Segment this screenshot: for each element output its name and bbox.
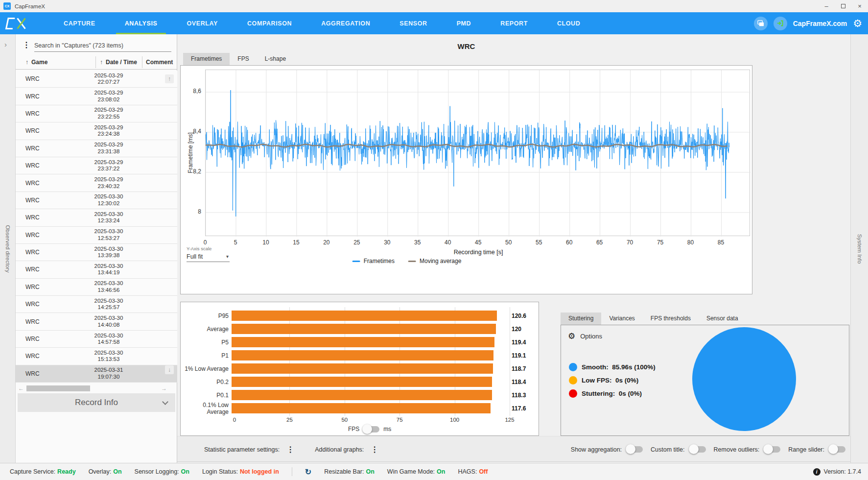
capframex-logo-icon bbox=[0, 12, 31, 34]
search-input[interactable]: Search in "Captures" (723 items) bbox=[34, 40, 171, 52]
settings-gear-icon[interactable]: ⚙ bbox=[853, 18, 862, 28]
status-sensor-logging: Sensor Logging:On bbox=[135, 468, 189, 475]
capture-row[interactable]: WRC2025-03-3014:40:08 bbox=[16, 313, 177, 330]
unit-fps-label: FPS bbox=[348, 426, 359, 432]
capture-row[interactable]: WRC2025-03-2923:31:38 bbox=[16, 140, 177, 157]
tab-sensor-data[interactable]: Sensor data bbox=[699, 312, 746, 325]
additional-graphs-label: Additional graphs: bbox=[315, 446, 364, 453]
observed-directory-strip[interactable]: › Observed directory bbox=[0, 34, 16, 463]
capture-game: WRC bbox=[16, 110, 84, 117]
frametime-plot-area[interactable] bbox=[205, 70, 750, 236]
capture-game: WRC bbox=[16, 336, 84, 342]
status-separator bbox=[292, 467, 292, 476]
bar-track bbox=[232, 350, 507, 360]
capture-row[interactable]: WRC2025-03-3012:33:24 bbox=[16, 209, 177, 226]
fps-ms-toggle[interactable] bbox=[363, 426, 379, 432]
x-tick-label: 45 bbox=[475, 239, 481, 246]
minimize-button[interactable]: – bbox=[818, 0, 835, 12]
nav-tab-capture[interactable]: CAPTURE bbox=[49, 12, 110, 34]
nav-tab-overlay[interactable]: OVERLAY bbox=[172, 12, 232, 34]
system-info-strip[interactable]: System Info bbox=[850, 34, 868, 463]
scroll-up-icon[interactable]: ↑ bbox=[165, 74, 174, 83]
scroll-right-icon[interactable]: → bbox=[161, 385, 167, 392]
capture-game: WRC bbox=[16, 214, 84, 221]
capture-row[interactable]: WRC2025-03-3012:53:27 bbox=[16, 227, 177, 244]
expand-panel-icon[interactable]: › bbox=[4, 40, 7, 48]
capture-row[interactable]: WRC2025-03-2923:22:55 bbox=[16, 105, 177, 122]
captures-sidebar: ⋮ Search in "Captures" (723 items) ↑Game… bbox=[16, 34, 177, 463]
capture-row[interactable]: WRC2025-03-2923:40:32 bbox=[16, 174, 177, 192]
maximize-button[interactable] bbox=[835, 0, 851, 12]
toggle-switch[interactable] bbox=[764, 446, 780, 453]
x-tick-label: 40 bbox=[445, 239, 451, 246]
capture-row[interactable]: WRC2025-03-2922:07:27 bbox=[16, 71, 177, 88]
capture-row[interactable]: WRC2025-03-3013:39:38 bbox=[16, 244, 177, 261]
nav-tab-aggregation[interactable]: AGGREGATION bbox=[306, 12, 385, 34]
tab-frametimes[interactable]: Frametimes bbox=[183, 53, 230, 65]
capframex-com-link[interactable]: CapFrameX.com bbox=[793, 20, 847, 27]
capture-game: WRC bbox=[16, 162, 84, 169]
additional-graphs-kebab-icon[interactable]: ⋮ bbox=[371, 445, 378, 454]
column-separator bbox=[142, 56, 142, 68]
screenshot-button[interactable] bbox=[754, 17, 768, 30]
fps-percentile-bars: P95120.6Average120P5119.4P1119.11% Low A… bbox=[185, 309, 536, 415]
nav-tab-pmd[interactable]: PMD bbox=[442, 12, 486, 34]
toggle-switch[interactable] bbox=[627, 446, 643, 453]
search-menu-kebab-icon[interactable]: ⋮ bbox=[23, 40, 30, 49]
bar-value-label: 117.6 bbox=[507, 405, 526, 412]
capture-row[interactable]: WRC2025-03-3119:07:30 bbox=[16, 365, 177, 383]
tab-fps-thresholds[interactable]: FPS thresholds bbox=[643, 312, 699, 325]
column-header-game[interactable]: ↑Game bbox=[25, 59, 47, 66]
capture-game: WRC bbox=[16, 353, 84, 360]
tab-l-shape[interactable]: L-shape bbox=[257, 53, 294, 65]
bar bbox=[232, 403, 491, 413]
bar-x-tick-label: 100 bbox=[450, 417, 459, 423]
tab-stuttering[interactable]: Stuttering bbox=[561, 312, 601, 325]
login-button[interactable] bbox=[774, 17, 787, 30]
column-separator bbox=[95, 56, 96, 68]
statistic-settings-kebab-icon[interactable]: ⋮ bbox=[286, 445, 294, 454]
tab-variances[interactable]: Variances bbox=[601, 312, 642, 325]
record-info-expander[interactable]: Record Info bbox=[18, 393, 175, 412]
capture-row[interactable]: WRC2025-03-2923:24:38 bbox=[16, 122, 177, 140]
capture-row[interactable]: WRC2025-03-3013:44:19 bbox=[16, 261, 177, 278]
x-tick-label: 5 bbox=[234, 239, 237, 246]
options-gear-icon: ⚙ bbox=[568, 331, 575, 341]
capture-row[interactable]: WRC2025-03-3014:25:57 bbox=[16, 296, 177, 313]
scrollbar-thumb[interactable] bbox=[26, 385, 90, 391]
capture-row[interactable]: WRC2025-03-3012:30:02 bbox=[16, 192, 177, 209]
y-axis-scale-dropdown[interactable]: Full fit ▾ bbox=[187, 253, 230, 262]
nav-tab-cloud[interactable]: CLOUD bbox=[542, 12, 595, 34]
bar-category-label: Average bbox=[185, 326, 232, 333]
scroll-down-icon[interactable]: ↓ bbox=[165, 365, 174, 374]
bar-track bbox=[232, 390, 507, 400]
bar bbox=[232, 390, 492, 400]
capture-row[interactable]: WRC2025-03-2923:08:02 bbox=[16, 88, 177, 105]
nav-tab-analysis[interactable]: ANALYSIS bbox=[110, 12, 172, 34]
toggle-switch[interactable] bbox=[829, 446, 845, 453]
status-win-game-mode: Win Game Mode:On bbox=[387, 468, 446, 475]
bar-row: P1119.1 bbox=[185, 349, 536, 362]
bar-value-label: 118.3 bbox=[507, 392, 526, 399]
capture-row[interactable]: WRC2025-03-3015:13:53 bbox=[16, 348, 177, 365]
bar-value-label: 119.4 bbox=[507, 339, 526, 346]
legend-text: Low FPS: 0s (0%) bbox=[582, 377, 638, 384]
column-header-comment[interactable]: Comment bbox=[146, 59, 173, 66]
x-tick-label: 70 bbox=[627, 239, 633, 246]
column-header-datetime[interactable]: ↑Date / Time bbox=[100, 59, 137, 66]
capture-row[interactable]: WRC2025-03-2923:37:22 bbox=[16, 157, 177, 174]
capture-row[interactable]: WRC2025-03-3014:57:58 bbox=[16, 331, 177, 348]
horizontal-scrollbar[interactable]: ← → bbox=[18, 385, 167, 392]
stuttering-options[interactable]: ⚙ Options bbox=[568, 331, 602, 341]
nav-tab-sensor[interactable]: SENSOR bbox=[385, 12, 442, 34]
capture-row[interactable]: WRC2025-03-3013:46:56 bbox=[16, 279, 177, 296]
scroll-left-icon[interactable]: ← bbox=[18, 385, 24, 392]
close-button[interactable]: × bbox=[851, 0, 868, 12]
status-bar: Capture Service:ReadyOverlay:OnSensor Lo… bbox=[0, 463, 868, 480]
toggle-switch[interactable] bbox=[690, 446, 706, 453]
nav-tab-report[interactable]: REPORT bbox=[486, 12, 542, 34]
capture-datetime: 2025-03-2922:07:27 bbox=[84, 72, 133, 86]
nav-tab-comparison[interactable]: COMPARISON bbox=[233, 12, 306, 34]
tab-fps[interactable]: FPS bbox=[230, 53, 257, 65]
bar-row: P95120.6 bbox=[185, 309, 536, 322]
